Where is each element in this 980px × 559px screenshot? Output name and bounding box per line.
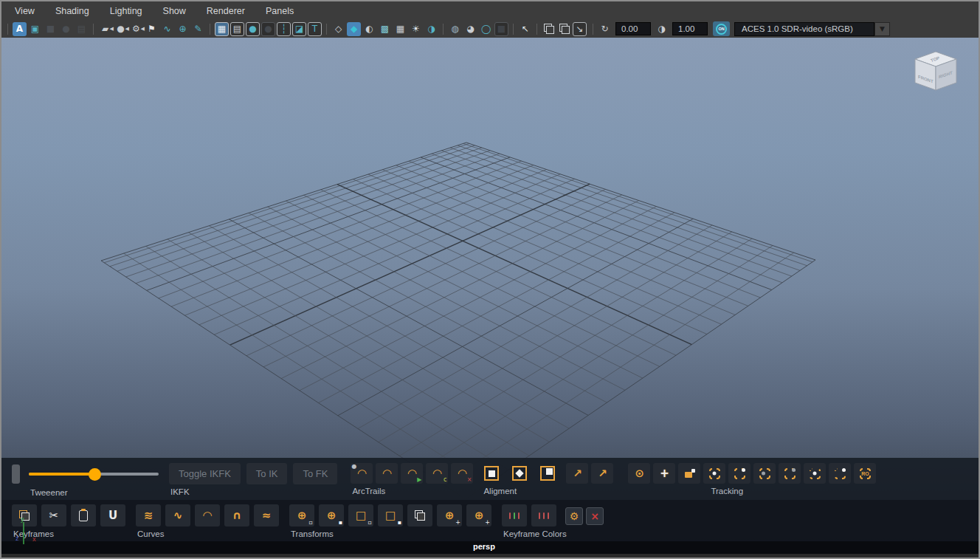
arctrail-create-icon[interactable]: ◠●: [351, 463, 373, 484]
paste-pages-icon[interactable]: [407, 504, 432, 527]
wireframe-mode-icon[interactable]: ◇: [331, 22, 345, 36]
gamma-input[interactable]: [672, 22, 708, 35]
toolbar-separator: [93, 24, 94, 35]
viewport-canvas[interactable]: TOP FRONT RIGHT Tweeener Toggle IKFKTo: [1, 38, 979, 558]
ambient-occlusion-icon[interactable]: ◍: [448, 22, 462, 36]
disabled-render-icon[interactable]: ■: [494, 22, 508, 36]
gate-mask-icon[interactable]: ●: [261, 22, 275, 36]
arctrail-play-icon[interactable]: ◠▶: [401, 463, 423, 484]
wireframe-on-shaded-icon[interactable]: ◐: [362, 22, 376, 36]
film-gate-icon[interactable]: ▤: [230, 22, 244, 36]
pan-zoom-icon[interactable]: ⊕: [176, 22, 190, 36]
world-offset-icon[interactable]: ⊕+: [437, 504, 462, 527]
contrast-icon[interactable]: ◑: [655, 22, 669, 36]
hud-text-icon[interactable]: T: [308, 22, 322, 36]
key-ticks-red-icon[interactable]: [531, 504, 556, 527]
menu-lighting[interactable]: Lighting: [100, 6, 153, 16]
dropdown-arrow-icon[interactable]: ▼: [874, 22, 890, 36]
grid-toggle-icon[interactable]: ▦: [215, 22, 229, 36]
camera-tracker-icon[interactable]: [678, 463, 700, 484]
curve-smooth-icon[interactable]: ≋: [136, 504, 161, 527]
resolution-gate-icon[interactable]: ●: [246, 22, 260, 36]
checker-icon[interactable]: ▦: [393, 22, 407, 36]
arctrail-simple-icon[interactable]: ◠: [376, 463, 398, 484]
menu-renderer[interactable]: Renderer: [196, 6, 255, 16]
field-chart-icon[interactable]: ┆: [277, 22, 291, 36]
arctrail-play-icon-glyph: ◠: [408, 468, 417, 479]
pivot-flower-icon[interactable]: +: [653, 463, 675, 484]
exposure-icon[interactable]: ↻: [598, 22, 612, 36]
paste-local-transform-icon[interactable]: □▪: [378, 504, 403, 527]
camera-attributes-icon[interactable]: ⚙◀: [129, 22, 143, 36]
exposure-input[interactable]: [615, 22, 651, 35]
bookmark-icon[interactable]: ⚑: [145, 22, 159, 36]
curve-ease-icon[interactable]: ◠: [195, 504, 220, 527]
menu-panels[interactable]: Panels: [255, 6, 304, 16]
track-center-icon[interactable]: [703, 463, 725, 484]
arctrail-delete-icon[interactable]: ◠×: [451, 463, 473, 484]
locator-icon-glyph: ⊙: [635, 468, 644, 479]
grease-pencil-icon[interactable]: ∿: [160, 22, 174, 36]
curve-zigzag-icon[interactable]: ∿: [165, 504, 190, 527]
hud-close-icon[interactable]: ×: [586, 507, 604, 525]
color-management-toggle[interactable]: ON: [713, 21, 730, 36]
curve-arc-icon[interactable]: ∩: [224, 504, 249, 527]
menu-view[interactable]: View: [4, 6, 45, 16]
tweener-slider[interactable]: [29, 463, 159, 485]
match-step-arrow-icon[interactable]: ↗: [566, 463, 588, 484]
cut-keys-icon[interactable]: ✂: [41, 504, 66, 527]
undo-keys-icon[interactable]: U: [100, 504, 125, 527]
copy-keys-icon[interactable]: [12, 504, 37, 527]
view-cube[interactable]: TOP FRONT RIGHT: [912, 49, 959, 103]
to-fk-button[interactable]: To FK: [293, 463, 337, 484]
tweener-slider-knob[interactable]: [89, 468, 101, 481]
pencil-icon[interactable]: ✎: [191, 22, 205, 36]
match-step-arrow-icon-glyph: ↗: [573, 468, 582, 479]
disabled-sphere-icon[interactable]: ●: [59, 22, 73, 36]
locator-icon[interactable]: ⊙: [628, 463, 650, 484]
key-ticks-mixed-icon[interactable]: [502, 504, 527, 527]
paste-world-transform-icon[interactable]: ⊕▪: [319, 504, 344, 527]
world-offset-alt-icon[interactable]: ⊕+: [466, 504, 491, 527]
menu-show[interactable]: Show: [153, 6, 196, 16]
to-ik-button[interactable]: To IK: [246, 463, 288, 484]
align-corner-icon[interactable]: [538, 463, 557, 484]
align-pivot-icon[interactable]: [510, 463, 529, 484]
track-offset-icon[interactable]: [728, 463, 750, 484]
paste-keys-icon[interactable]: [71, 504, 96, 527]
track-gray-icon[interactable]: [753, 463, 776, 484]
view-transform-dropdown[interactable]: ACES 1.0 SDR-video (sRGB): [734, 22, 874, 36]
use-all-lights-icon[interactable]: ☀: [409, 22, 423, 36]
frame-selection-icon[interactable]: ▣: [28, 22, 42, 36]
track-dotted-offset-icon[interactable]: [829, 463, 851, 484]
curve-noise-icon[interactable]: ≈: [254, 504, 279, 527]
toggle-ikfk-button[interactable]: Toggle IKFK: [169, 463, 241, 484]
duplicate-panel-alt-icon[interactable]: [557, 22, 571, 36]
textured-mode-icon[interactable]: ▩: [378, 22, 392, 36]
tear-off-panel-icon[interactable]: ↘: [573, 22, 587, 36]
menu-shading[interactable]: Shading: [45, 6, 100, 16]
copy-world-transform-icon[interactable]: ⊕▫: [289, 504, 314, 527]
hud-drag-handle[interactable]: [12, 464, 20, 484]
image-plane-icon[interactable]: ◪: [292, 22, 306, 36]
lock-camera-icon[interactable]: ●◀: [114, 22, 128, 36]
align-center-icon[interactable]: [482, 463, 501, 484]
select-mode-a-icon[interactable]: A: [13, 22, 27, 36]
disabled-box-icon[interactable]: ■: [44, 22, 58, 36]
match-move-arrow-icon[interactable]: ↗: [591, 463, 613, 484]
disabled-layers-icon[interactable]: ▤: [75, 22, 89, 36]
track-multi-icon[interactable]: [779, 463, 801, 484]
isolate-select-icon[interactable]: ↖: [518, 22, 532, 36]
motion-blur-icon[interactable]: ◕: [463, 22, 477, 36]
shaded-mode-icon[interactable]: ◆: [347, 22, 361, 36]
anti-aliasing-icon[interactable]: ◯: [479, 22, 493, 36]
arctrail-refresh-icon[interactable]: ◠c: [426, 463, 448, 484]
track-dotted-center-icon[interactable]: [804, 463, 826, 484]
select-camera-icon[interactable]: ▰◀: [98, 22, 112, 36]
duplicate-panel-icon[interactable]: [542, 22, 556, 36]
copy-local-transform-icon[interactable]: □▫: [348, 504, 373, 527]
tracking-label: Tracking: [711, 487, 879, 495]
shadows-toggle-icon[interactable]: ◑: [424, 22, 438, 36]
hud-settings-gear-icon[interactable]: ⚙: [565, 507, 583, 525]
track-ro-icon[interactable]: RO: [854, 463, 876, 484]
